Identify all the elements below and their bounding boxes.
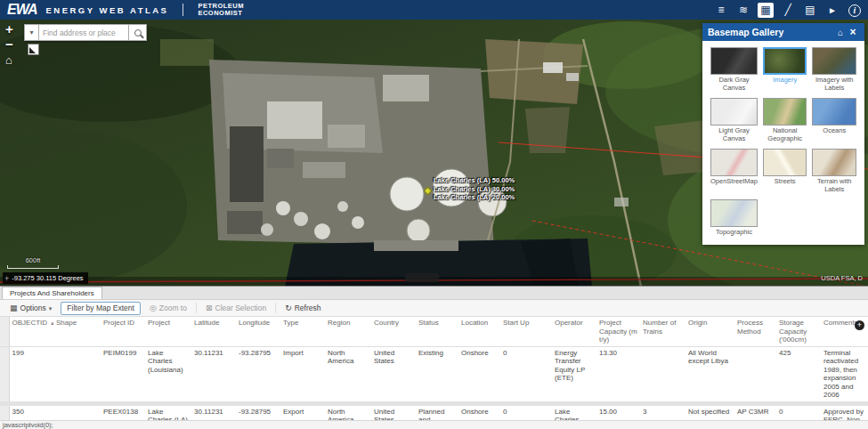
- basemap-gallery-grid: Dark Gray CanvasImageryImagery with Labe…: [702, 41, 864, 245]
- home-extent-button[interactable]: [5, 54, 12, 67]
- column-header-shape[interactable]: Shape: [53, 317, 101, 346]
- table-cell: PEIM0199: [101, 346, 145, 401]
- basemap-item-imagery-with-labels[interactable]: Imagery with Labels: [812, 47, 856, 92]
- zoom-to-button[interactable]: Zoom to: [144, 302, 192, 315]
- options-button[interactable]: Options: [4, 302, 57, 315]
- zoom-out-button[interactable]: [5, 38, 13, 51]
- column-header-location[interactable]: Location: [458, 317, 500, 346]
- basemap-gallery-titlebar: Basemap Gallery: [702, 23, 864, 41]
- select-all-column[interactable]: [0, 317, 9, 346]
- table-cell: [734, 346, 776, 401]
- search-button[interactable]: [128, 24, 147, 41]
- table-cell: Lake Charles LNG Export Co.: [552, 406, 596, 421]
- scale-bar: 600ft: [7, 256, 59, 269]
- basemap-thumbnail: [710, 98, 758, 125]
- basemap-item-light-gray-canvas[interactable]: Light Gray Canvas: [710, 98, 758, 142]
- table-cell: AP C3MR: [734, 406, 776, 421]
- column-header-region[interactable]: Region: [325, 317, 371, 346]
- table-cell: Lake Charles (Louisiana): [145, 346, 191, 401]
- table-cell: Terminal reactivated 1989, then expansio…: [821, 346, 868, 401]
- measure-icon[interactable]: [780, 3, 796, 18]
- column-header-status[interactable]: Status: [416, 317, 458, 346]
- zoom-in-button[interactable]: [5, 23, 13, 36]
- table-row[interactable]: 199PEIM0199Lake Charles (Louisiana)30.11…: [0, 346, 868, 401]
- basemap-gallery-icon[interactable]: [758, 3, 774, 18]
- basemap-item-openstreetmap[interactable]: OpenStreetMap: [710, 149, 758, 193]
- column-header-country[interactable]: Country: [371, 317, 416, 346]
- column-header-project-capacity-m-t-y-[interactable]: Project Capacity (m t/y): [596, 317, 640, 346]
- basemap-item-national-geographic[interactable]: National Geographic: [763, 98, 807, 142]
- refresh-button[interactable]: Refresh: [280, 302, 326, 315]
- column-header-operator[interactable]: Operator: [552, 317, 596, 346]
- column-header-project-id[interactable]: Project ID: [101, 317, 145, 346]
- table-toolbar: Options Filter by Map Extent Zoom to Cle…: [0, 300, 868, 317]
- table-cell: United States: [371, 406, 416, 421]
- column-header-project[interactable]: Project: [145, 317, 191, 346]
- zoom-to-icon: [150, 304, 157, 312]
- basemap-thumbnail: [710, 149, 758, 176]
- column-header-latitude[interactable]: Latitude: [191, 317, 236, 346]
- clear-selection-icon: [206, 304, 213, 312]
- search-input[interactable]: [39, 24, 128, 41]
- basemap-label: Streets: [763, 178, 807, 186]
- basemap-label: Imagery: [763, 77, 807, 85]
- header-toolbar: [713, 3, 863, 18]
- table-cell: Approved by FERC. Non FTA approval. FID …: [821, 406, 868, 421]
- layers-icon[interactable]: [735, 3, 751, 18]
- table-cell: Export: [280, 406, 325, 421]
- table-cell: North America: [325, 346, 371, 401]
- basemap-item-streets[interactable]: Streets: [763, 149, 807, 193]
- basemap-thumbnail: [710, 199, 758, 227]
- crosshair-icon[interactable]: [4, 274, 9, 283]
- basemap-label: Topographic: [710, 229, 758, 237]
- toolbar-divider: [196, 303, 197, 313]
- info-icon[interactable]: [847, 3, 863, 18]
- coordinates-text: -93.275 30.115 Degrees: [12, 274, 83, 282]
- refresh-label: Refresh: [295, 304, 321, 312]
- table-cell: Energy Transfer Equity LP (ETE): [552, 346, 596, 401]
- overview-map-toggle[interactable]: [28, 44, 39, 55]
- column-header-number-of-trains[interactable]: Number of Trains: [640, 317, 685, 346]
- table-row[interactable]: 350PEEX0138Lake Charles (LA)30.11231-93.…: [0, 406, 868, 421]
- print-icon[interactable]: [802, 3, 818, 18]
- table-cell: 13.30: [596, 346, 640, 401]
- basemap-item-imagery[interactable]: Imagery: [763, 47, 807, 92]
- table-cell: Existing: [416, 346, 458, 401]
- table-cell: Lake Charles (LA): [145, 406, 191, 421]
- table-cell: 0: [500, 346, 552, 401]
- column-header-storage-capacity-000cm-[interactable]: Storage Capacity ('000cm): [776, 317, 821, 346]
- column-header-process-method[interactable]: Process Method: [734, 317, 776, 346]
- row-select-cell[interactable]: [0, 346, 9, 401]
- share-icon[interactable]: [824, 3, 840, 18]
- map-view[interactable]: Lake Charles (LA) 50.00%Lake Charles (LA…: [0, 20, 868, 287]
- filter-by-map-extent-button[interactable]: Filter by Map Extent: [61, 302, 141, 315]
- column-header-longitude[interactable]: Longitude: [236, 317, 280, 346]
- scale-label: 600ft: [7, 256, 59, 264]
- options-label: Options: [20, 304, 46, 312]
- row-select-cell[interactable]: [0, 406, 9, 421]
- column-header-origin[interactable]: Origin: [685, 317, 734, 346]
- basemap-thumbnail: [812, 98, 856, 125]
- table-settings-icon[interactable]: [855, 320, 864, 330]
- basemap-gallery-panel: Basemap Gallery Dark Gray CanvasImageryI…: [702, 23, 864, 245]
- basemap-item-terrain-with-labels[interactable]: Terrain with Labels: [812, 149, 856, 193]
- basemap-item-dark-gray-canvas[interactable]: Dark Gray Canvas: [710, 47, 758, 92]
- basemap-item-topographic[interactable]: Topographic: [710, 199, 758, 237]
- attribution-toggle[interactable]: [405, 273, 439, 282]
- basemap-item-oceans[interactable]: Oceans: [812, 98, 856, 142]
- app-title: ENERGY WEB ATLAS: [45, 5, 168, 15]
- column-header-start-up[interactable]: Start Up: [500, 317, 552, 346]
- dock-panel-icon[interactable]: [834, 28, 847, 37]
- search-source-dropdown[interactable]: [24, 24, 39, 41]
- basemap-thumbnail: [710, 47, 758, 75]
- clear-selection-button[interactable]: Clear Selection: [200, 302, 272, 315]
- geocoder-search: [24, 24, 147, 41]
- column-header-objectid[interactable]: OBJECTID: [9, 317, 53, 346]
- table-cell: 425: [776, 346, 821, 401]
- basemap-label: Light Gray Canvas: [710, 127, 758, 142]
- legend-list-icon[interactable]: [713, 3, 729, 18]
- close-icon[interactable]: [847, 26, 859, 38]
- table-cell: Not specified: [685, 406, 734, 421]
- column-header-type[interactable]: Type: [280, 317, 325, 346]
- tab-projects-and-shareholders[interactable]: Projects And Shareholders: [2, 287, 102, 299]
